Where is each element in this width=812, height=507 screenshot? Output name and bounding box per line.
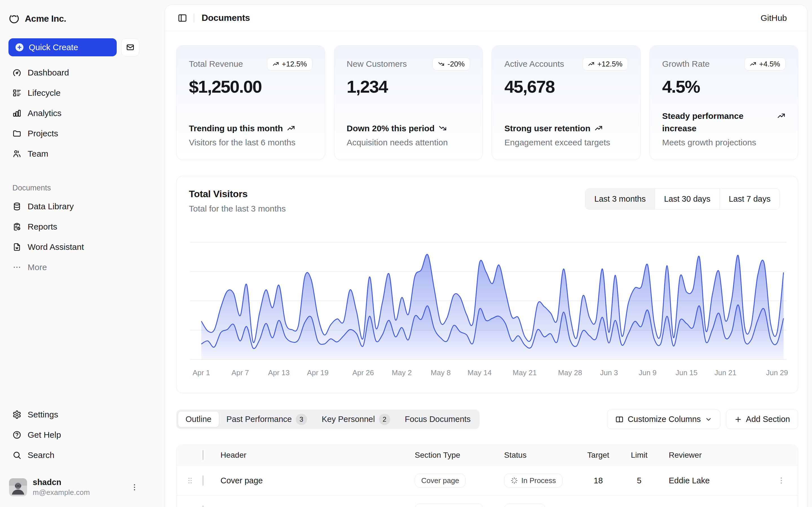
tab-focus-documents[interactable]: Focus Documents — [398, 411, 478, 427]
stat-trend-text: Steady performance increase — [662, 110, 773, 134]
trend-badge-value: +12.5% — [282, 60, 307, 68]
tab-label: Key Personnel — [322, 414, 375, 424]
stat-value: 1,234 — [347, 76, 470, 97]
github-link[interactable]: GitHub — [761, 13, 787, 23]
sidebar-item-more[interactable]: More — [8, 258, 139, 276]
database-icon — [12, 202, 21, 211]
nav-label: Data Library — [28, 202, 73, 211]
sidebar-item-analytics[interactable]: Analytics — [8, 104, 139, 122]
row-checkbox[interactable] — [202, 506, 204, 507]
add-section-button[interactable]: Add Section — [726, 409, 798, 429]
x-tick-label: May 2 — [392, 369, 412, 377]
stat-cards: Total Revenue +12.5% $1,250.00 Trending … — [176, 45, 798, 160]
tab-outline[interactable]: Outline — [178, 411, 219, 427]
drag-handle-icon[interactable] — [185, 476, 196, 485]
trend-badge: +12.5% — [582, 57, 628, 70]
ellipsis-icon — [12, 263, 21, 272]
trend-badge-value: +12.5% — [598, 60, 622, 68]
main-header: Documents GitHub — [165, 5, 807, 31]
sidebar-item-word-assistant[interactable]: Word Assistant — [8, 238, 139, 256]
sidebar-item-lifecycle[interactable]: Lifecycle — [8, 84, 139, 102]
reviewer-cell[interactable]: Eddie Lake — [663, 476, 765, 485]
user-menu[interactable]: shadcn m@example.com — [8, 476, 139, 499]
target-cell[interactable]: 29 — [581, 506, 615, 507]
trend-badge-value: -20% — [448, 60, 465, 68]
sidebar: Acme Inc. Quick Create Dashboard Lifecyc… — [0, 0, 165, 507]
tab-count-badge: 2 — [379, 414, 390, 425]
trending-up-icon — [287, 124, 295, 132]
loader-icon — [511, 477, 518, 484]
column-header-target: Target — [581, 451, 615, 460]
stat-subtitle: Acquisition needs attention — [347, 138, 470, 147]
nav-label: Search — [28, 450, 54, 460]
add-section-label: Add Section — [746, 414, 790, 424]
target-cell[interactable]: 18 — [581, 476, 615, 485]
row-checkbox[interactable] — [202, 475, 204, 486]
column-header-section-type: Section Type — [415, 451, 504, 460]
x-tick-label: May 28 — [558, 369, 582, 377]
row-header-cell[interactable]: Cover page — [213, 476, 415, 485]
gauge-icon — [12, 68, 21, 77]
range-button-last-30-days[interactable]: Last 30 days — [655, 189, 719, 209]
quick-create-button[interactable]: Quick Create — [8, 38, 117, 56]
table-row: Table of contents Table of contents Done… — [176, 496, 798, 507]
nav-label: Projects — [28, 129, 58, 138]
avatar — [9, 478, 27, 496]
sidebar-documents-nav: Data Library Reports Word Assistant More — [8, 196, 139, 277]
x-tick-label: Jun 21 — [714, 369, 737, 377]
customize-columns-button[interactable]: Customize Columns — [607, 409, 720, 429]
area-chart: Apr 1Apr 7Apr 13Apr 19Apr 26May 2May 8Ma… — [189, 214, 786, 383]
trending-down-icon — [438, 61, 445, 67]
bar-chart-icon — [12, 109, 21, 118]
limit-cell[interactable]: 24 — [615, 506, 663, 507]
sidebar-item-dashboard[interactable]: Dashboard — [8, 64, 139, 82]
row-header-cell[interactable]: Table of contents — [213, 506, 415, 507]
sidebar-toggle-button[interactable] — [175, 11, 190, 25]
tab-past-performance[interactable]: Past Performance3 — [219, 411, 314, 427]
range-button-last-7-days[interactable]: Last 7 days — [719, 189, 779, 209]
column-header-status: Status — [504, 451, 581, 460]
sidebar-item-reports[interactable]: Reports — [8, 218, 139, 236]
inbox-button[interactable] — [121, 38, 139, 56]
range-button-last-3-months[interactable]: Last 3 months — [585, 189, 655, 209]
sidebar-item-search[interactable]: Search — [8, 446, 139, 464]
stat-trend-text: Down 20% this period — [347, 122, 435, 135]
column-header-limit: Limit — [615, 451, 663, 460]
stat-card-new-customers: New Customers -20% 1,234 Down 20% this p… — [334, 45, 483, 160]
nav-label: Word Assistant — [28, 242, 84, 252]
brand[interactable]: Acme Inc. — [8, 12, 139, 25]
help-circle-icon — [12, 431, 21, 439]
x-tick-label: Jun 3 — [600, 369, 618, 377]
tab-count-badge: 3 — [296, 414, 307, 425]
row-actions-button[interactable] — [773, 503, 789, 507]
stat-card-active-accounts: Active Accounts +12.5% 45,678 Strong use… — [492, 45, 641, 160]
tab-key-personnel[interactable]: Key Personnel2 — [314, 411, 398, 427]
select-all-checkbox[interactable] — [202, 450, 204, 460]
sidebar-item-projects[interactable]: Projects — [8, 124, 139, 143]
trending-up-icon — [777, 112, 785, 120]
stat-trend-text: Trending up this month — [189, 122, 283, 135]
trending-up-icon — [588, 61, 595, 67]
trend-badge-value: +4.5% — [759, 60, 780, 68]
stat-subtitle: Meets growth projections — [662, 138, 786, 147]
kebab-icon[interactable] — [130, 483, 139, 492]
tab-label: Focus Documents — [405, 414, 471, 424]
stat-title: Total Revenue — [189, 59, 243, 69]
x-tick-label: Apr 1 — [193, 369, 210, 377]
sidebar-item-team[interactable]: Team — [8, 145, 139, 163]
limit-cell[interactable]: 5 — [615, 476, 663, 485]
row-actions-button[interactable] — [773, 473, 789, 489]
reviewer-cell[interactable]: Eddie Lake — [663, 506, 765, 507]
user-email: m@example.com — [33, 488, 124, 497]
sidebar-item-get-help[interactable]: Get Help — [8, 426, 139, 444]
sidebar-item-data-library[interactable]: Data Library — [8, 198, 139, 216]
status-badge: In Process — [504, 473, 562, 488]
stat-value: 45,678 — [504, 76, 628, 97]
tab-label: Outline — [186, 414, 211, 424]
x-tick-label: Apr 26 — [352, 369, 374, 377]
chevron-down-icon — [705, 416, 712, 423]
sidebar-item-settings[interactable]: Settings — [8, 406, 139, 424]
nav-label: Dashboard — [28, 68, 69, 77]
stat-title: Active Accounts — [504, 59, 564, 69]
trend-badge: +4.5% — [744, 57, 785, 70]
